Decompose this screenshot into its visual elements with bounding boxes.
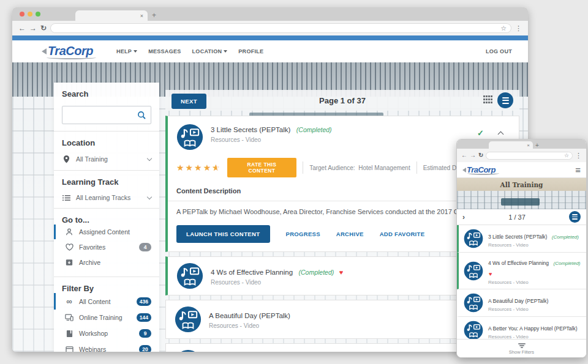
progress-link[interactable]: PROGRESS	[286, 231, 320, 237]
back-icon[interactable]: ←	[461, 152, 467, 158]
window-controls	[20, 12, 40, 17]
favorites-count-badge: 4	[139, 243, 151, 251]
target-audience: Target Audience: Hotel Management	[309, 165, 410, 171]
infinity-icon: ∞	[65, 297, 74, 306]
chevron-down-icon	[147, 195, 152, 199]
location-value: All Training	[76, 155, 108, 163]
filter-item-online-training[interactable]: Online Training 144	[54, 310, 151, 325]
page-indicator: 1 / 37	[465, 214, 569, 221]
view-toggle	[483, 92, 513, 108]
content-subtitle: Resources - Video	[488, 242, 579, 248]
browser-tab[interactable]: ×	[75, 10, 148, 21]
minimize-window-button[interactable]	[28, 12, 32, 17]
location-select[interactable]: All Training	[62, 155, 151, 163]
url-input[interactable]: ☆	[486, 152, 573, 160]
tracorp-logo[interactable]: TraCorp	[462, 165, 497, 175]
library-furniture	[501, 198, 540, 206]
track-list-icon	[62, 195, 70, 201]
learning-track-title: Learning Track	[62, 177, 151, 187]
sidebar-item-label: Favorites	[79, 243, 105, 251]
list-view-icon[interactable]	[497, 92, 513, 108]
sidebar-item-favorites[interactable]: Favorites 4	[54, 239, 151, 255]
media-resource-icon	[464, 261, 483, 281]
learning-track-value: All Learning Tracks	[76, 194, 130, 201]
maximize-window-button[interactable]	[36, 12, 40, 17]
show-filters-button[interactable]: Show Filters	[457, 339, 586, 357]
next-page-button[interactable]: NEXT	[172, 94, 206, 109]
reload-icon[interactable]: ↻	[478, 152, 483, 158]
media-resource-icon	[464, 321, 483, 340]
devices-icon	[65, 314, 74, 321]
log-out-button[interactable]: LOG OUT	[486, 48, 512, 54]
content-title: A Beautiful Day (PEPTalk)	[209, 312, 290, 319]
mobile-browser-tab[interactable]: ×	[489, 141, 533, 149]
location-banner: All Training	[457, 178, 586, 191]
search-title: Search	[62, 89, 151, 98]
sidebar-item-assigned-content[interactable]: Assigned Content	[54, 225, 151, 239]
page-background: × + ← → ↻ ☆ ⋮ TraCorp HELP MESSAGES LOCA…	[0, 0, 588, 364]
launch-this-content-button[interactable]: LAUNCH THIS CONTENT	[176, 225, 270, 243]
back-icon[interactable]: ←	[18, 24, 26, 32]
forward-icon[interactable]: →	[470, 152, 476, 158]
filter-item-all-content[interactable]: ∞ All Content 436	[54, 293, 151, 310]
star-rating[interactable]: ★★★★☆★	[176, 163, 221, 173]
mobile-pagination: › 1 / 37	[457, 209, 586, 225]
new-tab-icon[interactable]: +	[152, 11, 156, 20]
nav-location[interactable]: LOCATION	[192, 48, 228, 54]
content-subtitle: Resources - Video	[211, 279, 343, 286]
mobile-tab-bar: × +	[457, 139, 586, 149]
content-title: A Better You: A Happy Hotel (PEPTalk)	[488, 325, 578, 332]
favorite-heart-icon: ♥	[339, 269, 344, 276]
mobile-browser-window: × + ← → ↻ ☆ ⋮ TraCorp ≡ All Training › 1…	[456, 139, 587, 358]
tab-close-icon[interactable]: ×	[140, 13, 143, 19]
grid-view-icon[interactable]	[483, 95, 492, 106]
mobile-address-bar: ← → ↻ ☆ ⋮	[457, 149, 586, 162]
reload-icon[interactable]: ↻	[40, 24, 47, 32]
location-section: Location All Training	[54, 132, 159, 171]
sidebar-item-archive[interactable]: Archive	[54, 255, 151, 270]
bookmark-star-icon[interactable]: ☆	[564, 152, 569, 158]
content-subtitle: Resources - Video	[209, 322, 290, 329]
content-subtitle: Resources - Video	[488, 306, 548, 312]
filter-item-webinars[interactable]: Webinars 20	[54, 341, 151, 352]
nav-help[interactable]: HELP	[116, 48, 137, 54]
content-title: A Beautiful Day (PEPTalk)	[488, 298, 548, 304]
completed-status: (Completed)	[296, 126, 332, 133]
list-view-icon[interactable]	[569, 211, 581, 223]
tracorp-logo[interactable]: TraCorp	[42, 44, 96, 59]
search-box	[62, 106, 151, 124]
content-title: 4 Ws of Effective Planning	[488, 260, 549, 266]
completed-check-icon: ✓	[477, 128, 484, 138]
nav-messages[interactable]: MESSAGES	[148, 48, 181, 54]
online-training-count-badge: 144	[137, 313, 151, 322]
collapse-chevron-icon[interactable]	[498, 131, 504, 137]
media-resource-icon	[464, 229, 483, 248]
close-window-button[interactable]	[20, 12, 24, 17]
nav-profile[interactable]: PROFILE	[238, 48, 263, 54]
hamburger-menu-icon[interactable]: ≡	[575, 165, 581, 174]
caret-down-icon	[224, 50, 227, 53]
archive-link[interactable]: ARCHIVE	[336, 231, 364, 237]
learning-track-select[interactable]: All Learning Tracks	[62, 194, 151, 201]
filter-item-label: Webinars	[79, 346, 106, 352]
content-title: 3 Little Secrets (PEPTalk)	[488, 234, 547, 240]
url-input[interactable]: ☆	[50, 23, 511, 33]
completed-status: (Completed)	[298, 269, 334, 276]
screen-icon	[65, 346, 74, 352]
bookmark-star-icon[interactable]: ☆	[500, 24, 507, 32]
caret-down-icon	[134, 50, 137, 53]
search-icon[interactable]	[137, 111, 146, 122]
add-favorite-link[interactable]: ADD FAVORITE	[380, 231, 425, 237]
new-tab-icon[interactable]: +	[535, 142, 539, 149]
content-list-item[interactable]: 3 Little Secrets (PEPTalk) (Completed) R…	[457, 225, 586, 253]
filter-item-workshop[interactable]: Workshop 9	[54, 325, 151, 341]
rate-this-content-button[interactable]: RATE THIS CONTENT	[227, 158, 296, 177]
goto-title: Go to...	[62, 215, 151, 225]
tab-close-icon[interactable]: ×	[527, 143, 530, 148]
content-list-item[interactable]: 4 Ws of Effective Planning (Completed) ♥…	[457, 253, 586, 289]
content-list-item[interactable]: A Beautiful Day (PEPTalk) Resources - Vi…	[457, 289, 586, 317]
browser-menu-icon[interactable]: ⋮	[515, 24, 522, 32]
browser-address-bar: ← → ↻ ☆ ⋮	[12, 21, 528, 35]
browser-menu-icon[interactable]: ⋮	[575, 152, 582, 160]
forward-icon[interactable]: →	[29, 24, 37, 32]
